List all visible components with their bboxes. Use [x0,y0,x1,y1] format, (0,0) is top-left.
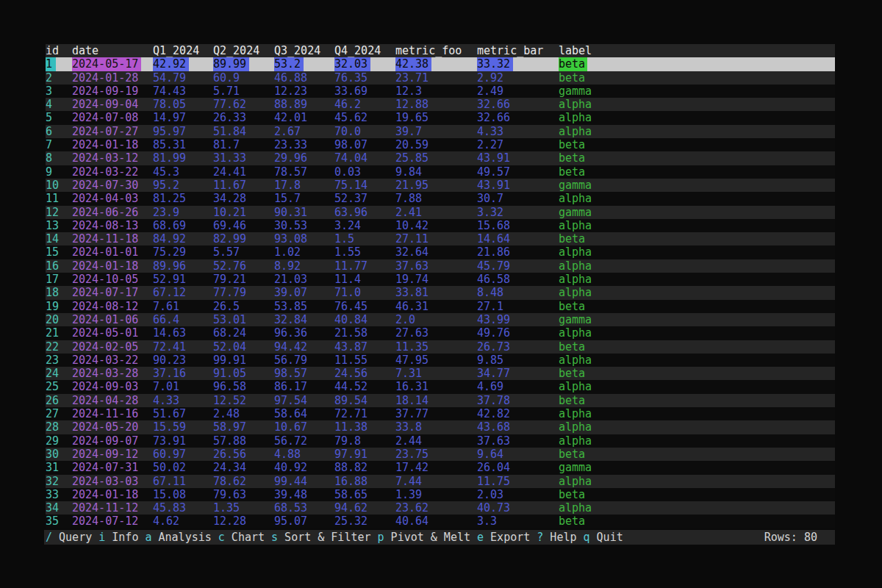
cell-id[interactable]: 8 [46,151,72,165]
cell-q3[interactable]: 86.17 [274,380,334,393]
cell-label[interactable]: beta [559,394,835,407]
cell-label[interactable]: alpha [559,273,835,286]
cell-label[interactable]: alpha [559,125,835,138]
cell-id[interactable]: 33 [46,488,72,501]
cell-date[interactable]: 2024-07-27 [72,125,153,138]
cell-q3[interactable]: 10.67 [274,420,334,434]
cell-q4[interactable]: 16.88 [334,475,395,488]
table-row[interactable]: 202024-01-0666.453.0132.8440.842.043.99g… [46,313,835,326]
cell-q3[interactable]: 15.7 [274,192,334,205]
cell-q3[interactable]: 98.57 [274,367,334,380]
cell-date[interactable]: 2024-05-01 [72,326,153,340]
cell-metric_foo[interactable]: 27.63 [395,326,477,340]
cell-q3[interactable]: 56.79 [274,354,334,367]
cell-date[interactable]: 2024-07-30 [72,179,153,192]
cell-metric_foo[interactable]: 37.77 [395,407,477,420]
cell-label[interactable]: beta [559,165,835,179]
table-row[interactable]: 92024-03-2245.324.4178.570.039.8449.57be… [46,165,835,179]
cell-date[interactable]: 2024-01-01 [72,245,153,259]
cell-date[interactable]: 2024-01-18 [72,138,153,151]
cell-date[interactable]: 2024-09-03 [72,380,153,393]
cell-q2[interactable]: 79.21 [213,273,274,286]
cell-id[interactable]: 15 [46,245,72,259]
cell-q4[interactable]: 89.54 [334,394,395,407]
cell-q2[interactable]: 60.9 [213,71,274,85]
cell-q4[interactable]: 98.07 [334,138,395,151]
cell-q3[interactable]: 17.8 [274,179,334,192]
cell-id[interactable]: 30 [46,448,72,461]
cell-date[interactable]: 2024-09-19 [72,85,153,98]
cell-q1[interactable]: 4.33 [153,394,213,407]
cell-q1[interactable]: 84.92 [153,232,213,245]
cell-q4[interactable]: 44.52 [334,380,395,393]
table-row[interactable]: 162024-01-1889.9652.768.9211.7737.6345.7… [46,259,835,273]
cell-q4[interactable]: 97.91 [334,448,395,461]
cell-metric_foo[interactable]: 23.62 [395,501,477,514]
cell-q1[interactable]: 95.2 [153,179,213,192]
cell-q4[interactable]: 74.04 [334,151,395,165]
cell-date[interactable]: 2024-09-07 [72,434,153,448]
cell-label[interactable]: alpha [559,420,835,434]
cell-label[interactable]: alpha [559,434,835,448]
cell-q2[interactable]: 78.62 [213,475,274,488]
cell-date[interactable]: 2024-11-12 [72,501,153,514]
table-row[interactable]: 332024-01-1815.0879.6339.4858.651.392.03… [46,488,835,501]
cell-metric_foo[interactable]: 1.39 [395,488,477,501]
cell-q3[interactable]: 39.48 [274,488,334,501]
cell-id[interactable]: 34 [46,501,72,514]
cell-q3[interactable]: 94.42 [274,340,334,354]
cell-q2[interactable]: 99.91 [213,354,274,367]
cell-q1[interactable]: 66.4 [153,313,213,326]
cell-q2[interactable]: 11.67 [213,179,274,192]
cell-q4[interactable]: 94.62 [334,501,395,514]
cell-date[interactable]: 2024-07-08 [72,111,153,124]
cell-id[interactable]: 20 [46,313,72,326]
cell-metric_bar[interactable]: 2.03 [477,488,559,501]
cell-metric_bar[interactable]: 4.33 [477,125,559,138]
cell-q2[interactable]: 69.46 [213,219,274,232]
cell-q1[interactable]: 23.9 [153,206,213,219]
table-row[interactable]: 142024-11-1884.9282.9993.081.527.1114.64… [46,232,835,245]
table-row[interactable]: 72024-01-1885.3181.723.3398.0720.592.27b… [46,138,835,151]
menu-item-sort-filter[interactable]: s Sort & Filter [271,531,370,544]
cell-q2[interactable]: 12.52 [213,394,274,407]
table-row[interactable]: 312024-07-3150.0224.3440.9288.8217.4226.… [46,461,835,474]
cell-q4[interactable]: 45.62 [334,111,395,124]
cell-metric_foo[interactable]: 16.31 [395,380,477,393]
cell-metric_bar[interactable]: 45.79 [477,259,559,273]
cell-id[interactable]: 5 [46,111,72,124]
cell-label[interactable]: beta [559,57,835,71]
cell-metric_bar[interactable]: 34.77 [477,367,559,380]
cell-metric_bar[interactable]: 40.73 [477,501,559,514]
cell-q1[interactable]: 81.99 [153,151,213,165]
cell-id[interactable]: 35 [46,514,72,528]
cell-metric_bar[interactable]: 2.49 [477,85,559,98]
cell-q2[interactable]: 79.63 [213,488,274,501]
cell-metric_foo[interactable]: 10.42 [395,219,477,232]
cell-q3[interactable]: 99.44 [274,475,334,488]
cell-date[interactable]: 2024-08-12 [72,300,153,313]
cell-metric_bar[interactable]: 37.78 [477,394,559,407]
cell-id[interactable]: 2 [46,71,72,85]
cell-metric_bar[interactable]: 32.66 [477,111,559,124]
cell-q4[interactable]: 76.45 [334,300,395,313]
cell-q4[interactable]: 72.71 [334,407,395,420]
cell-date[interactable]: 2024-10-05 [72,273,153,286]
cell-id[interactable]: 3 [46,85,72,98]
cell-q1[interactable]: 85.31 [153,138,213,151]
cell-date[interactable]: 2024-05-20 [72,420,153,434]
cell-label[interactable]: alpha [559,380,835,393]
cell-metric_foo[interactable]: 37.63 [395,259,477,273]
cell-date[interactable]: 2024-03-03 [72,475,153,488]
cell-q1[interactable]: 15.08 [153,488,213,501]
cell-metric_bar[interactable]: 32.66 [477,98,559,111]
cell-id[interactable]: 22 [46,340,72,354]
column-header-date[interactable]: date [72,44,153,57]
cell-date[interactable]: 2024-09-12 [72,448,153,461]
cell-q3[interactable]: 53.2 [274,57,334,71]
cell-q4[interactable]: 40.84 [334,313,395,326]
table-row[interactable]: 212024-05-0114.6368.2496.3621.5827.6349.… [46,326,835,340]
column-header-metric_foo[interactable]: metric_foo [395,44,477,57]
cell-id[interactable]: 23 [46,354,72,367]
cell-metric_foo[interactable]: 9.84 [395,165,477,179]
